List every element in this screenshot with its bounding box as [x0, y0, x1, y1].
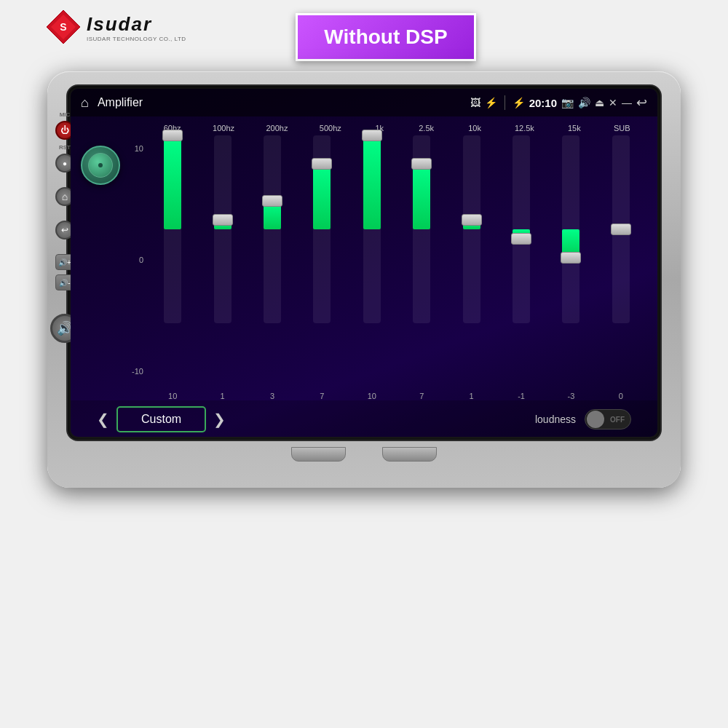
logo-area: S Isudar ISUDAR TECHNOLOGY CO., LTD — [44, 7, 186, 47]
svg-text:S: S — [60, 21, 66, 33]
eq-sliders-area: 60hz 100hz 200hz 500hz 1k 2.5k 10k 12.5k… — [146, 124, 647, 400]
eq-slider-col-12.5k — [496, 135, 546, 389]
bottom-controls: ❮ Custom ❯ loudness OFF — [71, 400, 657, 437]
eq-value-1k: 10 — [347, 392, 397, 400]
eq-left-panel — [81, 124, 120, 400]
minimize-icon[interactable]: — — [622, 97, 632, 108]
eq-scale: 10 0 -10 — [127, 124, 146, 400]
logo-text: Isudar — [87, 13, 186, 36]
screen-bezel: ⌂ Amplifier 🖼 ⚡ ⚡ 20:10 📷 🔊 ⏏ ✕ — ↩ — [68, 86, 660, 440]
eq-slider-col-15k — [546, 135, 596, 389]
eq-handle-100hz[interactable] — [213, 214, 233, 226]
usb-icon: ⚡ — [485, 97, 497, 108]
prev-preset-button[interactable]: ❮ — [97, 411, 109, 428]
eq-slider-col-500hz — [297, 135, 347, 389]
eq-handle-2.5k[interactable] — [411, 158, 432, 170]
eq-handle-1k[interactable] — [362, 130, 382, 141]
eq-value-15k: -3 — [546, 392, 596, 400]
top-area: S Isudar ISUDAR TECHNOLOGY CO., LTD With… — [0, 0, 728, 68]
eq-handle-15k[interactable] — [561, 252, 581, 264]
status-bar: ⌂ Amplifier 🖼 ⚡ ⚡ 20:10 📷 🔊 ⏏ ✕ — ↩ — [71, 89, 657, 116]
freq-label-15k: 15k — [564, 124, 585, 132]
eq-slider-60hz[interactable] — [164, 135, 181, 323]
device-shell: MIC ⏻ RST ● ⌂ ↩ 🔊+ 🔊- 🔊 ⌂ Amplifier 🖼 — [47, 71, 681, 488]
freq-label-12.5k: 12.5k — [512, 124, 537, 132]
eq-value-60hz: 10 — [148, 392, 197, 400]
eq-value-SUB: 0 — [596, 392, 646, 400]
app-title: Amplifier — [98, 96, 466, 109]
eq-slider-15k[interactable] — [562, 135, 579, 323]
loudness-toggle[interactable]: OFF — [585, 409, 631, 430]
freq-label-500hz: 500hz — [317, 124, 344, 132]
eq-handle-60hz[interactable] — [162, 130, 183, 141]
close-status-icon[interactable]: ✕ — [609, 97, 617, 108]
bottom-tab-left — [291, 447, 346, 462]
dsp-badge: Without DSP — [296, 13, 475, 61]
eq-slider-SUB[interactable] — [612, 135, 630, 323]
freq-label-sub: SUB — [612, 124, 632, 132]
screen: ⌂ Amplifier 🖼 ⚡ ⚡ 20:10 📷 🔊 ⏏ ✕ — ↩ — [71, 89, 657, 437]
back-status-icon[interactable]: ↩ — [636, 95, 647, 111]
loudness-label: loudness — [535, 414, 576, 425]
eq-fill-1k — [363, 135, 381, 229]
eq-value-100hz: 1 — [197, 392, 247, 400]
eq-slider-col-1k — [347, 135, 397, 389]
eq-fill-60hz — [164, 135, 181, 229]
logo-subtext: ISUDAR TECHNOLOGY CO., LTD — [87, 36, 186, 42]
eq-handle-200hz[interactable] — [262, 195, 282, 207]
logo-diamond-icon: S — [44, 7, 84, 47]
device-bottom-tabs — [68, 440, 660, 462]
eq-slider-col-10k — [446, 135, 496, 389]
eq-main-area: 10 0 -10 60hz 100hz 200hz 500hz 1k — [71, 116, 657, 400]
next-preset-button[interactable]: ❯ — [213, 411, 226, 428]
eq-handle-10k[interactable] — [462, 214, 482, 226]
freq-label-100hz: 100hz — [210, 124, 237, 132]
bluetooth-icon: ⚡ — [513, 97, 525, 108]
bottom-tab-right — [382, 447, 437, 462]
eq-slider-col-SUB — [596, 135, 646, 389]
image-icon: 🖼 — [470, 97, 480, 108]
eq-slider-col-60hz — [148, 135, 197, 389]
home-status-icon[interactable]: ⌂ — [81, 95, 89, 111]
eq-slider-200hz[interactable] — [264, 135, 281, 323]
eq-slider-col-100hz — [197, 135, 247, 389]
eq-value-12.5k: -1 — [496, 392, 546, 400]
eq-handle-12.5k[interactable] — [511, 233, 531, 245]
rst-label: RST — [59, 144, 71, 151]
loudness-control: loudness OFF — [535, 409, 631, 430]
eq-fill-2.5k — [413, 164, 430, 229]
eq-slider-1k[interactable] — [363, 135, 381, 323]
eq-value-200hz: 3 — [248, 392, 297, 400]
eq-value-2.5k: 7 — [397, 392, 446, 400]
eq-handle-500hz[interactable] — [312, 158, 332, 170]
eq-slider-col-200hz — [248, 135, 297, 389]
eq-knob[interactable] — [81, 146, 120, 185]
eq-slider-col-2.5k — [397, 135, 446, 389]
eq-slider-2.5k[interactable] — [413, 135, 430, 323]
mic-label: MIC — [60, 111, 71, 118]
freq-label-2.5k: 2.5k — [416, 124, 438, 132]
volume-status-icon[interactable]: 🔊 — [578, 97, 590, 108]
eq-value-500hz: 7 — [297, 392, 347, 400]
eq-handle-SUB[interactable] — [611, 223, 631, 235]
eq-slider-100hz[interactable] — [214, 135, 232, 323]
eq-value-10k: 1 — [446, 392, 496, 400]
status-time: 20:10 — [529, 97, 557, 109]
preset-navigation: ❮ Custom ❯ — [97, 406, 226, 432]
camera-icon[interactable]: 📷 — [561, 97, 574, 108]
freq-label-200hz: 200hz — [264, 124, 290, 132]
freq-label-10k: 10k — [464, 124, 485, 132]
eq-slider-12.5k[interactable] — [513, 135, 530, 323]
eq-slider-500hz[interactable] — [313, 135, 331, 323]
preset-button[interactable]: Custom — [116, 406, 206, 432]
eq-slider-10k[interactable] — [463, 135, 480, 323]
eq-fill-500hz — [313, 164, 331, 229]
eject-icon[interactable]: ⏏ — [595, 97, 604, 108]
